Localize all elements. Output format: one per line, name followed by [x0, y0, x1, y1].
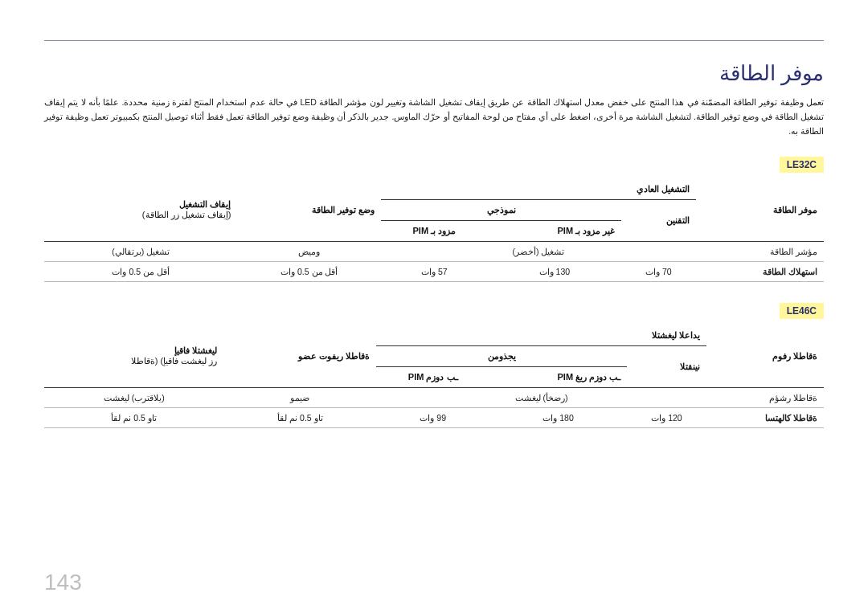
- col-typical: نموذجي: [381, 199, 621, 220]
- cell: 57 وات: [381, 261, 487, 281]
- cell: 120 وات: [627, 407, 706, 427]
- page-title: موفر الطاقة: [44, 61, 824, 86]
- cell: وميض: [237, 241, 381, 261]
- model-badge-le32c: LE32C: [780, 157, 824, 173]
- cell-label: استهلاك الطاقة: [696, 261, 824, 281]
- cell: 70 وات: [621, 261, 695, 281]
- col-power-saver: موفر الطاقة: [696, 179, 824, 242]
- top-divider: [44, 40, 824, 41]
- col-no-pim: ـب دوزم ريغ PIM: [489, 366, 627, 387]
- cell: ضيمو: [223, 387, 376, 407]
- table-row: مؤشر الطاقة تشغيل (أخضر) وميض تشغيل (برت…: [44, 241, 824, 261]
- col-normal-op: يداعلا ليغشتلا: [376, 325, 706, 346]
- cell: تاو 0.5 نم لقأ: [44, 407, 223, 427]
- col-with-pim: مزود بـ PIM: [381, 220, 487, 241]
- cell-label: مؤشر الطاقة: [696, 241, 824, 261]
- cell: (رضخأ) ليغشت: [376, 387, 706, 407]
- col-no-pim: غير مزود بـ PIM: [488, 220, 622, 241]
- table-row: ةقاطلا كالهتسا 120 وات 180 وات 99 وات تا…: [44, 407, 824, 427]
- cell: أقل من 0.5 وات: [44, 261, 237, 281]
- col-power-off-sub: رز ليغشت فاقيإ) (ةقاطلا: [131, 356, 218, 366]
- col-with-pim: ـب دوزم PIM: [376, 366, 489, 387]
- cell: 99 وات: [376, 407, 489, 427]
- cell-label: ةقاطلا كالهتسا: [706, 407, 824, 427]
- col-power-off-label: ليغشتلا فاقيإ: [174, 345, 217, 355]
- cell: 130 وات: [488, 261, 622, 281]
- cell: 180 وات: [489, 407, 627, 427]
- cell: تاو 0.5 نم لقأ: [223, 407, 376, 427]
- power-table-le46c: ةقاطلا رفوم يداعلا ليغشتلا ةقاطلا ريفوت …: [44, 325, 824, 428]
- page-number: 143: [44, 570, 82, 595]
- col-typical: يجذومن: [376, 345, 627, 366]
- intro-paragraph: تعمل وظيفة توفير الطاقة المضمّنة في هذا …: [44, 96, 824, 139]
- col-save-mode: ةقاطلا ريفوت عضو: [223, 325, 376, 388]
- cell: تشغيل (برتقالي): [44, 241, 237, 261]
- col-power-off-label: إيقاف التشغيل: [179, 199, 231, 209]
- col-power-off-sub: (إيقاف تشغيل زر الطاقة): [142, 210, 231, 219]
- table-row: استهلاك الطاقة 70 وات 130 وات 57 وات أقل…: [44, 261, 824, 281]
- col-power-saver: ةقاطلا رفوم: [706, 325, 824, 388]
- col-power-off: إيقاف التشغيل (إيقاف تشغيل زر الطاقة): [44, 179, 237, 242]
- cell: (يلاقترب) ليغشت: [44, 387, 223, 407]
- col-normal-op: التشغيل العادي: [381, 179, 695, 200]
- col-save-mode: وضع توفير الطاقة: [237, 179, 381, 242]
- model-badge-le46c: LE46C: [780, 303, 824, 319]
- cell: تشغيل (أخضر): [381, 241, 695, 261]
- cell: أقل من 0.5 وات: [237, 261, 381, 281]
- col-rated: التقنين: [621, 199, 695, 241]
- cell-label: ةقاطلا رشؤم: [706, 387, 824, 407]
- table-row: ةقاطلا رشؤم (رضخأ) ليغشت ضيمو (يلاقترب) …: [44, 387, 824, 407]
- col-power-off: ليغشتلا فاقيإ رز ليغشت فاقيإ) (ةقاطلا: [44, 325, 223, 388]
- power-table-le32c: موفر الطاقة التشغيل العادي وضع توفير الط…: [44, 179, 824, 282]
- col-rated: نينقتلا: [627, 345, 706, 387]
